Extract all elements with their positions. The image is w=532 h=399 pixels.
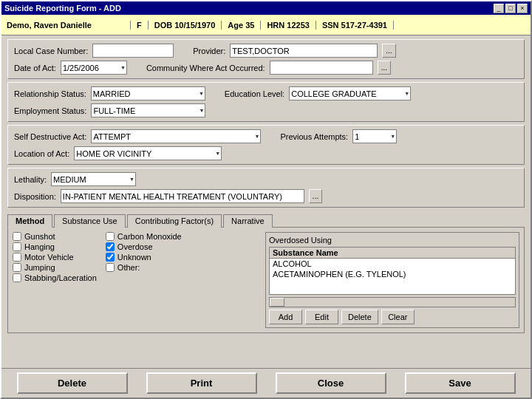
location-select[interactable]: HOME OR VICINITY SCHOOL WORK xyxy=(74,146,222,160)
community-ellipsis-button[interactable]: ... xyxy=(378,61,391,75)
previous-attempts-select[interactable]: 1 2 3 xyxy=(352,129,397,143)
motor-vehicle-checkbox[interactable] xyxy=(13,253,21,262)
section-act: Self Destructive Act: ATTEMPT COMPLETION… xyxy=(7,125,525,165)
horizontal-scrollbar[interactable] xyxy=(269,297,516,307)
local-case-label: Local Case Number: xyxy=(14,47,88,55)
checkbox-row-carbon: Carbon Monoxide xyxy=(106,232,182,241)
ssn-label: SSN xyxy=(322,21,339,30)
title-bar-buttons: _ □ × xyxy=(494,4,528,13)
tab-narrative[interactable]: Narrative xyxy=(223,214,273,228)
provider-input[interactable] xyxy=(230,44,378,58)
row-date-community: Date of Act: 1/25/2006 Community Where A… xyxy=(14,61,518,75)
title-bar: Suicide Reporting Form - ADD _ □ × xyxy=(1,1,531,15)
close-button-main[interactable]: Close xyxy=(276,372,386,394)
employment-select[interactable]: FULL-TIME PART-TIME UNEMPLOYED xyxy=(91,103,205,117)
patient-header: Demo, Raven Danielle F DOB 10/15/1970 Ag… xyxy=(1,15,531,35)
patient-dob: DOB 10/15/1970 xyxy=(149,21,222,30)
delete-button[interactable]: Delete xyxy=(341,310,378,324)
dob-label: DOB xyxy=(154,21,172,30)
row-employment: Employment Status: FULL-TIME PART-TIME U… xyxy=(14,103,518,117)
checkbox-row-stabbing: Stabbing/Laceration xyxy=(13,273,97,282)
other-checkbox[interactable] xyxy=(106,263,115,272)
overdose-listbox[interactable]: Substance Name ALCOHOL ACETAMINOPHEN (E.… xyxy=(269,247,516,295)
previous-attempts-label: Previous Attempts: xyxy=(280,132,348,141)
method-col-1: Gunshot Hanging Motor Vehicle Jumpi xyxy=(13,232,97,328)
maximize-button[interactable]: □ xyxy=(505,4,516,13)
row-location: Location of Act: HOME OR VICINITY SCHOOL… xyxy=(14,146,518,160)
bottom-bar: Delete Print Close Save xyxy=(1,368,531,398)
community-input[interactable] xyxy=(270,61,373,75)
overdose-label: Overdose xyxy=(117,242,153,251)
overdose-action-buttons: Add Edit Delete Clear xyxy=(269,310,516,324)
jumping-label: Jumping xyxy=(24,263,55,272)
method-col-2: Carbon Monoxide Overdose Unknown Ot xyxy=(106,232,182,328)
method-checkboxes: Gunshot Hanging Motor Vehicle Jumpi xyxy=(13,232,259,328)
carbon-monoxide-label: Carbon Monoxide xyxy=(117,232,182,241)
listbox-item-alcohol[interactable]: ALCOHOL xyxy=(270,259,515,269)
disposition-ellipsis-button[interactable]: ... xyxy=(309,189,322,203)
checkbox-row-jumping: Jumping xyxy=(13,263,97,272)
overdose-checkbox[interactable] xyxy=(106,242,115,251)
self-destructive-select[interactable]: ATTEMPT COMPLETION IDEATION xyxy=(91,129,261,143)
patient-gender: F xyxy=(131,21,149,30)
overdose-title: Overdosed Using xyxy=(269,236,516,245)
patient-hrn: HRN 12253 xyxy=(261,21,316,30)
row-case-provider: Local Case Number: Provider: ... xyxy=(14,44,518,58)
ssn-value: 517-27-4391 xyxy=(341,21,387,30)
relationship-select[interactable]: MARRIED SINGLE DIVORCED WIDOWED xyxy=(91,86,205,100)
date-of-act-label: Date of Act: xyxy=(14,64,56,72)
relationship-wrapper: MARRIED SINGLE DIVORCED WIDOWED xyxy=(91,86,205,100)
gunshot-label: Gunshot xyxy=(24,232,55,241)
patient-name: Demo, Raven Danielle xyxy=(5,21,131,30)
stabbing-checkbox[interactable] xyxy=(13,273,21,282)
close-button[interactable]: × xyxy=(517,4,528,13)
main-window: Suicide Reporting Form - ADD _ □ × Demo,… xyxy=(0,0,532,399)
tab-container: Method Substance Use Contributing Factor… xyxy=(7,211,525,333)
date-of-act-select[interactable]: 1/25/2006 xyxy=(61,61,127,75)
section-status: Relationship Status: MARRIED SINGLE DIVO… xyxy=(7,82,525,122)
lethality-select[interactable]: MEDIUM LOW HIGH xyxy=(51,172,136,186)
scrollbar-thumb xyxy=(270,298,284,307)
tab-substance-use[interactable]: Substance Use xyxy=(54,214,126,228)
unknown-checkbox[interactable] xyxy=(106,253,115,262)
section-lethality: Lethality: MEDIUM LOW HIGH Disposition: … xyxy=(7,168,525,208)
education-select[interactable]: COLLEGE GRADUATE SOME COLLEGE HIGH SCHOO… xyxy=(289,86,411,100)
tab-bar: Method Substance Use Contributing Factor… xyxy=(7,214,525,227)
self-destructive-wrapper: ATTEMPT COMPLETION IDEATION xyxy=(91,129,261,143)
hanging-label: Hanging xyxy=(24,242,55,251)
minimize-button[interactable]: _ xyxy=(494,4,504,13)
delete-button[interactable]: Delete xyxy=(17,372,128,394)
checkbox-row-motor-vehicle: Motor Vehicle xyxy=(13,253,97,262)
edit-button[interactable]: Edit xyxy=(305,310,338,324)
print-button[interactable]: Print xyxy=(146,372,257,394)
carbon-monoxide-checkbox[interactable] xyxy=(106,232,115,241)
listbox-item-acetaminophen[interactable]: ACETAMINOPHEN (E.G. TYLENOL) xyxy=(270,269,515,279)
row-self-destructive: Self Destructive Act: ATTEMPT COMPLETION… xyxy=(14,129,518,143)
previous-attempts-wrapper: 1 2 3 xyxy=(352,129,397,143)
row-disposition: Disposition: ... xyxy=(14,189,518,203)
row-lethality: Lethality: MEDIUM LOW HIGH xyxy=(14,172,518,186)
age-label: Age xyxy=(228,21,243,30)
relationship-label: Relationship Status: xyxy=(14,89,86,98)
stabbing-label: Stabbing/Laceration xyxy=(24,273,97,282)
gunshot-checkbox[interactable] xyxy=(13,232,21,241)
clear-button[interactable]: Clear xyxy=(381,310,415,324)
dob-value: 10/15/1970 xyxy=(174,21,215,30)
checkbox-row-unknown: Unknown xyxy=(106,253,182,262)
tab-contributing-factors[interactable]: Contributing Factor(s) xyxy=(127,214,222,228)
jumping-checkbox[interactable] xyxy=(13,263,21,272)
provider-label: Provider: xyxy=(193,47,225,55)
local-case-input[interactable] xyxy=(92,44,174,58)
checkbox-row-hanging: Hanging xyxy=(13,242,97,251)
add-button[interactable]: Add xyxy=(269,310,302,324)
tab-method[interactable]: Method xyxy=(7,214,52,228)
employment-label: Employment Status: xyxy=(14,106,86,115)
section-identifiers: Local Case Number: Provider: ... Date of… xyxy=(7,39,525,79)
save-button[interactable]: Save xyxy=(405,372,516,394)
provider-ellipsis-button[interactable]: ... xyxy=(382,44,395,58)
hrn-value: 12253 xyxy=(287,21,310,30)
age-value: 35 xyxy=(245,21,254,30)
disposition-input[interactable] xyxy=(61,189,304,203)
hanging-checkbox[interactable] xyxy=(13,242,21,251)
row-relationship-education: Relationship Status: MARRIED SINGLE DIVO… xyxy=(14,86,518,100)
